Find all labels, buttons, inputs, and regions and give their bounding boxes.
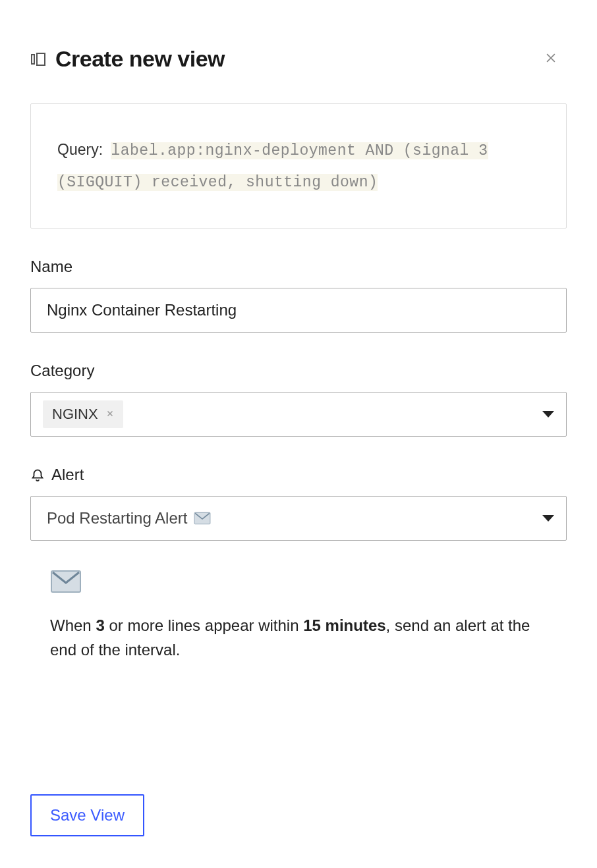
category-select[interactable]: NGINX [30, 392, 567, 437]
name-input[interactable] [30, 288, 567, 333]
close-icon[interactable] [544, 51, 557, 65]
save-view-button[interactable]: Save View [30, 794, 144, 836]
category-tag: NGINX [43, 400, 123, 428]
dialog-title: Create new view [55, 46, 225, 72]
query-display: Query: label.app:nginx-deployment AND (s… [30, 103, 567, 229]
alert-value: Pod Restarting Alert [47, 509, 187, 528]
chevron-down-icon [542, 515, 554, 522]
bell-icon [30, 468, 45, 482]
alert-label: Alert [30, 466, 567, 484]
svg-rect-1 [37, 53, 45, 65]
category-label: Category [30, 362, 567, 380]
name-label: Name [30, 258, 567, 276]
query-label: Query: [57, 141, 103, 158]
query-text-line1: label.app:nginx-deployment AND (signal 3 [111, 142, 488, 159]
mail-icon [50, 570, 82, 593]
panels-icon [30, 51, 46, 67]
remove-tag-icon[interactable] [106, 409, 114, 420]
alert-description: When 3 or more lines appear within 15 mi… [30, 570, 567, 662]
alert-description-text: When 3 or more lines appear within 15 mi… [50, 613, 547, 662]
category-tag-label: NGINX [52, 406, 98, 423]
mail-icon [194, 512, 211, 525]
query-text-line2: (SIGQUIT) received, shutting down) [57, 174, 378, 191]
chevron-down-icon [542, 411, 554, 418]
svg-rect-0 [32, 55, 34, 64]
alert-select[interactable]: Pod Restarting Alert [30, 496, 567, 541]
dialog-header: Create new view [30, 46, 567, 72]
